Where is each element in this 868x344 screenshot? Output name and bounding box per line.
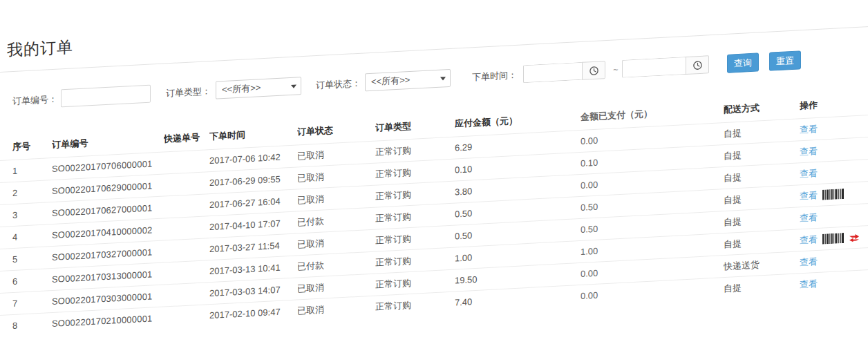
cell-type: 正常订购 bbox=[375, 230, 455, 247]
time-from-group bbox=[523, 61, 605, 83]
view-link[interactable]: 查看 bbox=[800, 256, 818, 269]
cell-actions: 查看 bbox=[800, 118, 868, 135]
cell-amount-due: 19.50 bbox=[455, 269, 581, 286]
cell-actions: 查看 bbox=[800, 273, 868, 290]
cell-status: 已付款 bbox=[297, 256, 375, 273]
cell-delivery: 自提 bbox=[724, 146, 800, 162]
cell-order-no: SO00220170627000001 bbox=[52, 202, 164, 218]
column-header: 订单编号 bbox=[52, 133, 164, 151]
order-status-label: 订单状态： bbox=[316, 74, 361, 95]
order-time-label: 下单时间： bbox=[472, 66, 517, 87]
order-type-label: 订单类型： bbox=[166, 82, 211, 103]
cell-no: 6 bbox=[0, 274, 52, 287]
cell-amount-due: 1.00 bbox=[455, 247, 581, 264]
cell-amount-paid: 0.00 bbox=[581, 283, 724, 301]
cell-type: 正常订购 bbox=[375, 252, 455, 269]
cell-delivery: 快递送货 bbox=[724, 256, 800, 273]
order-type-value: <<所有>> bbox=[222, 82, 261, 96]
column-header: 金额已支付（元） bbox=[581, 104, 724, 124]
cell-actions: 查看 bbox=[800, 162, 868, 180]
time-to-input[interactable] bbox=[622, 57, 686, 78]
cell-actions: 查看 bbox=[800, 229, 868, 246]
column-header: 应付金额（元） bbox=[455, 111, 581, 131]
cell-actions: 查看 bbox=[800, 184, 868, 202]
view-link[interactable]: 查看 bbox=[800, 145, 818, 158]
cell-no: 5 bbox=[0, 252, 52, 265]
cell-order-no: SO00220170327000001 bbox=[52, 247, 164, 262]
column-header: 订单类型 bbox=[375, 118, 455, 135]
cell-amount-due: 0.50 bbox=[455, 224, 581, 242]
clock-icon[interactable] bbox=[582, 61, 605, 80]
cell-no: 3 bbox=[0, 208, 52, 221]
cell-tracking-no bbox=[164, 316, 209, 318]
cell-amount-paid: 0.00 bbox=[581, 173, 724, 191]
cell-order-time: 2017-06-27 16:04 bbox=[209, 195, 297, 210]
cell-order-time: 2017-03-13 10:41 bbox=[209, 261, 297, 276]
view-link[interactable]: 查看 bbox=[800, 189, 818, 202]
cell-amount-due: 3.80 bbox=[455, 180, 581, 198]
transfer-arrows-icon[interactable] bbox=[849, 233, 860, 242]
cell-status: 已取消 bbox=[297, 300, 375, 317]
cell-no: 7 bbox=[0, 296, 52, 309]
cell-status: 已付款 bbox=[297, 212, 375, 229]
cell-order-no: SO00220170313000001 bbox=[52, 269, 164, 285]
view-link[interactable]: 查看 bbox=[800, 167, 818, 180]
cell-actions: 查看 bbox=[800, 251, 868, 268]
cell-status: 已取消 bbox=[297, 146, 375, 162]
search-button[interactable]: 查询 bbox=[727, 52, 759, 73]
column-header: 操作 bbox=[800, 95, 868, 112]
cell-order-time: 2017-03-27 11:54 bbox=[209, 239, 297, 254]
cell-tracking-no bbox=[164, 227, 209, 229]
column-header: 下单时间 bbox=[209, 126, 297, 143]
clock-icon[interactable] bbox=[686, 55, 709, 75]
cell-status: 已取消 bbox=[297, 168, 375, 184]
cell-amount-paid: 0.00 bbox=[581, 128, 724, 146]
order-no-label: 订单编号： bbox=[12, 90, 57, 111]
cell-type: 正常订购 bbox=[375, 208, 455, 224]
cell-amount-paid: 0.10 bbox=[581, 151, 724, 169]
time-to-group bbox=[622, 55, 709, 78]
view-link[interactable]: 查看 bbox=[800, 278, 818, 291]
order-status-select[interactable]: <<所有>> bbox=[365, 69, 451, 91]
chevron-down-icon bbox=[291, 85, 296, 88]
cell-delivery: 自提 bbox=[724, 212, 800, 229]
cell-type: 正常订购 bbox=[375, 296, 455, 313]
view-link[interactable]: 查看 bbox=[800, 211, 818, 224]
cell-delivery: 自提 bbox=[724, 124, 800, 140]
cell-order-no: SO00220170706000001 bbox=[52, 158, 164, 174]
range-separator: ~ bbox=[613, 60, 619, 79]
cell-amount-due: 6.29 bbox=[455, 136, 581, 153]
order-status-value: <<所有>> bbox=[371, 74, 410, 88]
cell-amount-paid: 0.50 bbox=[581, 217, 724, 235]
cell-no: 2 bbox=[0, 186, 52, 199]
cell-tracking-no bbox=[164, 205, 209, 207]
page-title: 我的订单 bbox=[7, 36, 73, 61]
cell-amount-paid: 0.50 bbox=[581, 195, 724, 213]
order-page: 我的订单 订单编号： 订单类型： <<所有>> 订单状态： <<所有>> 下单时… bbox=[0, 0, 868, 344]
cell-order-no: SO00220170303000001 bbox=[52, 291, 164, 307]
view-link[interactable]: 查看 bbox=[800, 233, 818, 247]
reset-button[interactable]: 重置 bbox=[769, 50, 801, 70]
cell-type: 正常订购 bbox=[375, 142, 455, 158]
cell-order-no: SO00220170210000001 bbox=[52, 313, 164, 329]
order-no-input[interactable] bbox=[61, 85, 151, 108]
cell-delivery: 自提 bbox=[724, 234, 800, 251]
cell-amount-paid: 0.00 bbox=[581, 261, 724, 279]
view-link[interactable]: 查看 bbox=[800, 123, 818, 136]
barcode-icon[interactable] bbox=[822, 189, 844, 200]
cell-type: 正常订购 bbox=[375, 274, 455, 291]
barcode-icon[interactable] bbox=[822, 233, 844, 245]
cell-actions: 查看 bbox=[800, 140, 868, 157]
cell-amount-due: 0.10 bbox=[455, 158, 581, 175]
cell-no: 1 bbox=[0, 164, 52, 177]
cell-order-time: 2017-02-10 09:47 bbox=[209, 305, 297, 321]
chevron-down-icon bbox=[440, 77, 446, 80]
cell-order-no: SO00220170629000001 bbox=[52, 180, 164, 196]
order-type-select[interactable]: <<所有>> bbox=[216, 77, 301, 99]
cell-amount-paid: 1.00 bbox=[581, 239, 724, 257]
cell-order-time: 2017-04-10 17:07 bbox=[209, 217, 297, 232]
orders-table: 序号订单编号快递单号下单时间订单状态订单类型应付金额（元）金额已支付（元）配送方… bbox=[0, 88, 868, 337]
cell-type: 正常订购 bbox=[375, 186, 455, 202]
time-from-input[interactable] bbox=[523, 62, 582, 83]
cell-tracking-no bbox=[164, 294, 209, 296]
